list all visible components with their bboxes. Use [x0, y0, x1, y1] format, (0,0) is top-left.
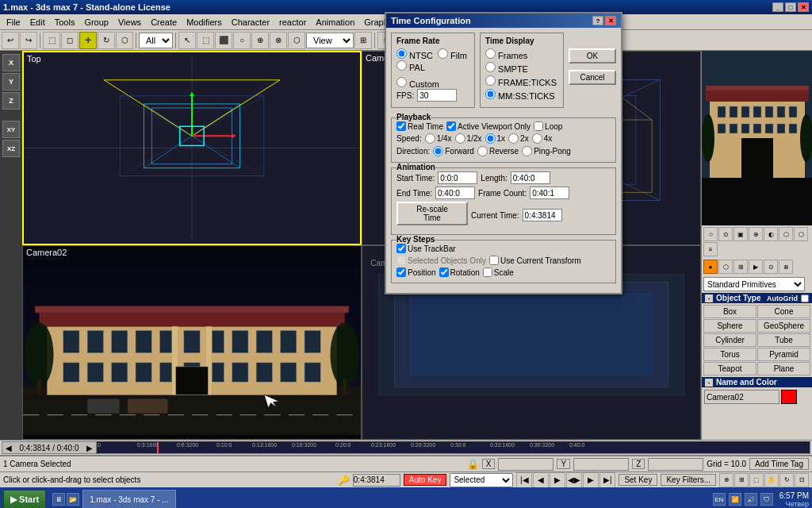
zoom-all-btn[interactable]: ⊞ [734, 473, 749, 487]
position-checkbox[interactable] [396, 267, 406, 277]
pal-radio[interactable] [396, 60, 407, 71]
menu-views[interactable]: Views [113, 17, 146, 28]
add-time-tag-btn[interactable]: Add Time Tag [749, 458, 809, 470]
dialog-title-controls[interactable]: ? ✕ [592, 16, 616, 25]
menu-create[interactable]: Create [146, 17, 182, 28]
play-rev-btn[interactable]: ◀▶ [566, 472, 582, 488]
rp-render-btn[interactable]: ◐ [764, 227, 778, 241]
lasso-btn[interactable]: ◻ [61, 32, 79, 49]
mirror-btn[interactable]: ⬡ [288, 32, 305, 49]
object-color-swatch[interactable] [781, 390, 797, 404]
rp-hier-btn[interactable]: ⊞ [733, 260, 748, 274]
speed-4x-radio[interactable] [532, 133, 542, 144]
play-btn[interactable]: ▶ [550, 472, 565, 488]
rp-motion-btn[interactable]: ▶ [749, 260, 763, 274]
anim-mode-dropdown[interactable]: Selected [450, 473, 513, 487]
ot-teapot[interactable]: Teapot [703, 362, 756, 375]
ot-box[interactable]: Box [703, 305, 756, 318]
dialog-title[interactable]: Time Configuration ? ✕ [386, 13, 621, 28]
rp-more-btn[interactable]: ≡ [703, 242, 718, 256]
rp-mat-btn[interactable]: ⬡ [794, 227, 808, 241]
use-current-transform-checkbox[interactable] [489, 256, 499, 265]
window-cross-btn[interactable]: ⬛ [215, 32, 232, 49]
pan-btn[interactable]: ✋ [764, 473, 779, 487]
rp-save-btn[interactable]: ▣ [733, 227, 748, 241]
time-config-dialog[interactable]: Time Configuration ? ✕ Frame Rate NTSC F… [385, 12, 622, 294]
ping-pong-radio[interactable] [522, 146, 532, 156]
menu-animation[interactable]: Animation [311, 17, 359, 28]
rp-tools-btn[interactable]: ⊕ [749, 227, 763, 241]
use-trackbar-checkbox[interactable] [396, 244, 406, 253]
scale-checkbox[interactable] [483, 267, 492, 277]
speed-1-4-radio[interactable] [425, 133, 435, 144]
coord-x-input[interactable] [498, 458, 553, 471]
scale-btn[interactable]: ⬡ [116, 32, 133, 49]
ot-tube[interactable]: Tube [757, 333, 810, 347]
select-btn[interactable]: ⬚ [43, 32, 60, 49]
redo-btn[interactable]: ↪ [20, 32, 37, 49]
speed-2x-radio[interactable] [508, 133, 519, 144]
timeline-bar[interactable]: ◀ 0:4:3814 / 0:40:0 ▶ 0 0:3:1600 0:6:320… [0, 440, 812, 456]
selection-filter-dropdown[interactable]: All [139, 33, 173, 48]
auto-key-btn[interactable]: Auto Key [404, 474, 447, 486]
arc-rotate-btn[interactable]: ↻ [779, 473, 794, 487]
next-frame-btn[interactable]: ▶ [583, 472, 599, 488]
start-btn[interactable]: ▶ Start [3, 490, 46, 508]
axis-x[interactable]: X [2, 54, 20, 71]
speed-1-2-radio[interactable] [455, 133, 465, 144]
region-select-btn[interactable]: ⬚ [197, 32, 214, 49]
close-btn[interactable]: ✕ [798, 2, 809, 12]
select-object-btn[interactable]: ↖ [178, 32, 196, 49]
dialog-close-btn[interactable]: ✕ [605, 16, 616, 25]
frame-scroll-right[interactable]: ▶ [86, 444, 93, 452]
length-input[interactable] [511, 171, 550, 184]
cancel-btn[interactable]: Cancel [569, 70, 616, 85]
align-btn[interactable]: ⊞ [354, 32, 372, 49]
explorer-icon[interactable]: 📂 [67, 493, 79, 506]
go-end-btn[interactable]: ▶| [599, 472, 615, 488]
current-time-dialog-input[interactable] [523, 209, 562, 221]
view-mode-dropdown[interactable]: View [306, 33, 354, 48]
axis-y[interactable]: Y [2, 73, 20, 90]
viewport-top[interactable]: Top [22, 51, 362, 245]
ot-sphere[interactable]: Sphere [703, 319, 756, 333]
move-btn[interactable]: ✛ [79, 32, 97, 49]
zoom-btn[interactable]: ⊕ [719, 473, 733, 487]
fps-input[interactable] [417, 89, 457, 102]
ot-cylinder[interactable]: Cylinder [703, 333, 756, 347]
rotation-checkbox[interactable] [439, 267, 449, 277]
menu-reactor[interactable]: reactor [274, 17, 311, 28]
key-filters-btn[interactable]: Key Filters... [661, 474, 716, 486]
frames-radio[interactable] [485, 48, 496, 59]
menu-tools[interactable]: Tools [50, 17, 80, 28]
forward-radio[interactable] [433, 146, 443, 156]
circle-btn[interactable]: ○ [233, 32, 251, 49]
key-icon[interactable]: 🔑 [338, 475, 350, 486]
menu-modifiers[interactable]: Modifiers [182, 17, 227, 28]
real-time-checkbox[interactable] [396, 121, 406, 131]
mm-ss-ticks-radio[interactable] [485, 89, 496, 99]
rotate-btn[interactable]: ↻ [98, 32, 115, 49]
go-start-btn[interactable]: |◀ [516, 472, 532, 488]
smpte-radio[interactable] [485, 62, 496, 72]
end-time-input[interactable] [435, 187, 475, 199]
frame-count-input[interactable] [530, 187, 569, 199]
rp-util-btn[interactable]: ⊗ [779, 260, 793, 274]
rp-modify-btn[interactable]: ⬡ [718, 260, 733, 274]
set-key-btn[interactable]: Set Key [619, 474, 657, 486]
custom-radio[interactable] [396, 77, 407, 87]
axis-z[interactable]: Z [2, 92, 20, 110]
undo-btn[interactable]: ↩ [2, 32, 19, 49]
min-max-btn[interactable]: ⊡ [795, 473, 809, 487]
primitives-dropdown[interactable]: Standard Primitives [703, 277, 805, 291]
dialog-help-btn[interactable]: ? [592, 16, 603, 25]
taskbar-3dsmax[interactable]: 1.max - 3ds max 7 - ... [82, 490, 175, 508]
ot-cone[interactable]: Cone [757, 305, 810, 318]
rp-new-btn[interactable]: ☆ [703, 227, 718, 241]
ok-btn[interactable]: OK [569, 48, 616, 64]
rp-env-btn[interactable]: ⬡ [779, 227, 793, 241]
loop-checkbox[interactable] [534, 121, 543, 131]
timeline-track[interactable]: 0 0:3:1600 0:6:3200 0:10:0 0:13:1600 0:1… [97, 441, 810, 454]
coord-z-input[interactable] [648, 458, 703, 471]
selected-objects-checkbox[interactable] [396, 256, 406, 265]
